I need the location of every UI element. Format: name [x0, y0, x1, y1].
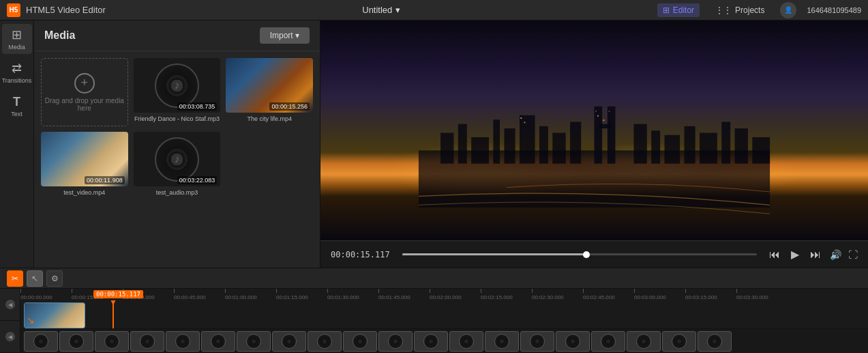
audio-clip[interactable] — [414, 331, 448, 352]
list-item[interactable]: 00:03:22.083 test_audio.mp3 — [134, 132, 221, 196]
scrubber-head — [583, 251, 590, 258]
ruler-mark-10: 00:02:30.000 — [532, 289, 583, 300]
title-caret[interactable]: ▾ — [395, 5, 400, 15]
cursor-tool-button[interactable]: ↖ — [27, 270, 43, 287]
media-header: Media Import ▾ — [34, 20, 320, 51]
audio-clip[interactable] — [166, 331, 200, 352]
audio-clip[interactable] — [698, 331, 732, 352]
cut-tool-button[interactable]: ✂ — [7, 270, 23, 287]
scrubber[interactable] — [402, 253, 757, 255]
audio-clip[interactable] — [308, 331, 342, 352]
video-preview — [320, 20, 868, 240]
editor-label: Editor — [673, 5, 694, 15]
project-title: Untitled — [362, 5, 392, 15]
media-thumb-video2: 00:00:11.908 — [41, 132, 128, 186]
audio-clip[interactable] — [449, 331, 483, 352]
video-track: ↘ — [20, 300, 868, 329]
audio-clip[interactable] — [485, 331, 519, 352]
step-back-button[interactable]: ⏮ — [767, 247, 782, 262]
audio-clip[interactable] — [378, 331, 413, 352]
audio-clip[interactable] — [130, 331, 164, 352]
mini-vinyl-icon — [33, 334, 48, 349]
drop-plus-icon: + — [74, 73, 95, 94]
ruler-marks-row: 00:00:00.000 00:00:15.000 00:00:30.000 0… — [20, 289, 868, 300]
user-avatar: 👤 — [780, 2, 796, 18]
audio-clip[interactable] — [556, 331, 590, 352]
user-id: 1646481095489 — [807, 6, 861, 14]
step-forward-button[interactable]: ⏭ — [808, 247, 823, 262]
audio-clip[interactable] — [520, 331, 554, 352]
media-duration-3: 00:00:11.908 — [85, 176, 125, 184]
audio-clip[interactable] — [237, 331, 271, 352]
sidebar-item-media[interactable]: ⊞ Media — [2, 24, 32, 54]
mini-vinyl-icon — [459, 334, 474, 349]
media-name-1: Friendly Dance - Nico Staf.mp3 — [134, 115, 220, 122]
mini-vinyl-icon — [104, 334, 119, 349]
text-icon: T — [13, 95, 20, 109]
ruler-mark-6: 00:01:30.000 — [327, 289, 378, 300]
audio-clip[interactable] — [272, 331, 306, 352]
audio-clip[interactable] — [662, 331, 696, 352]
projects-button[interactable]: ⋮⋮ Projects — [710, 3, 770, 17]
svg-rect-12 — [599, 124, 611, 128]
sidebar-item-transitions[interactable]: ⇄ Transitions — [2, 57, 32, 87]
sidebar-item-text[interactable]: T Text — [2, 91, 32, 121]
audio-track-button[interactable]: ◀ — [5, 332, 15, 341]
import-button[interactable]: Import ▾ — [260, 27, 310, 44]
play-button[interactable]: ▶ — [789, 247, 801, 262]
audio-clip[interactable] — [343, 331, 377, 352]
fullscreen-button[interactable]: ⛶ — [848, 249, 858, 260]
svg-rect-23 — [595, 111, 596, 111]
media-panel: Media Import ▾ + Drag and drop your medi… — [34, 20, 320, 268]
timeline-area: ✂ ↖ ⚙ ◀ ◀ 00:00:15.117 00:00:00.000 — [0, 268, 868, 353]
mini-vinyl-icon — [175, 334, 190, 349]
mini-vinyl-icon — [282, 334, 297, 349]
mini-vinyl-icon — [246, 334, 261, 349]
playhead[interactable] — [113, 300, 114, 328]
svg-rect-22 — [524, 122, 525, 123]
audio-clip[interactable] — [591, 331, 625, 352]
main-area: ⊞ Media ⇄ Transitions T Text Media Impor… — [0, 20, 868, 268]
ruler-mark-14: 00:03:30.000 — [736, 289, 788, 300]
track-controls: ◀ ◀ — [0, 289, 20, 353]
settings-tool-button[interactable]: ⚙ — [46, 270, 63, 287]
audio-clip[interactable] — [95, 331, 129, 352]
mini-vinyl-icon — [672, 334, 687, 349]
ruler-mark-11: 00:02:45.000 — [583, 289, 634, 300]
vinyl-icon-2 — [155, 137, 199, 182]
svg-rect-25 — [597, 115, 599, 116]
topbar-left: H5 HTML5 Video Editor — [7, 3, 106, 17]
media-thumb-video1: 00:00:15.256 — [226, 58, 313, 113]
mini-vinyl-icon — [601, 334, 616, 349]
media-duration-2: 00:00:15.256 — [269, 102, 310, 111]
volume-icon[interactable]: 🔊 — [830, 249, 841, 260]
media-name-2: The city life.mp4 — [247, 115, 292, 122]
audio-clip[interactable] — [201, 331, 235, 352]
list-item[interactable]: 00:00:11.908 test_video.mp4 — [41, 132, 128, 196]
video-track-button[interactable]: ◀ — [5, 300, 15, 309]
audio-clip[interactable] — [59, 331, 93, 352]
sidebar-transitions-label: Transitions — [2, 77, 32, 84]
mini-vinyl-icon — [494, 334, 509, 349]
video-clip-1[interactable]: ↘ — [24, 302, 85, 328]
editor-button[interactable]: ⊞ Editor — [657, 3, 700, 17]
ruler-mark-9: 00:02:15.000 — [481, 289, 532, 300]
scrubber-fill — [402, 253, 586, 255]
topbar-center: Untitled ▾ — [362, 5, 400, 15]
drop-text: Drag and drop your media here — [42, 97, 128, 112]
sidebar-text-label: Text — [11, 111, 23, 117]
media-thumb-audio1: 00:03:08.735 — [134, 58, 221, 113]
ruler-mark-0: 00:00:00.000 — [20, 289, 72, 300]
list-item[interactable]: 00:03:08.735 Friendly Dance - Nico Staf.… — [134, 58, 221, 126]
ruler-mark-5: 00:01:15.000 — [276, 289, 327, 300]
svg-rect-24 — [609, 111, 610, 111]
drop-zone[interactable]: + Drag and drop your media here — [41, 58, 128, 126]
audio-clip[interactable] — [627, 331, 661, 352]
audio-clip[interactable] — [24, 331, 58, 352]
timeline-toolbar: ✂ ↖ ⚙ — [0, 268, 868, 289]
timeline-ruler-and-tracks: 00:00:15.117 00:00:00.000 00:00:15.000 0… — [20, 289, 868, 353]
vinyl-icon-1 — [155, 63, 199, 108]
list-item[interactable]: 00:00:15.256 The city life.mp4 — [226, 58, 313, 126]
app-title: HTML5 Video Editor — [26, 5, 106, 15]
mini-vinyl-icon — [211, 334, 226, 349]
